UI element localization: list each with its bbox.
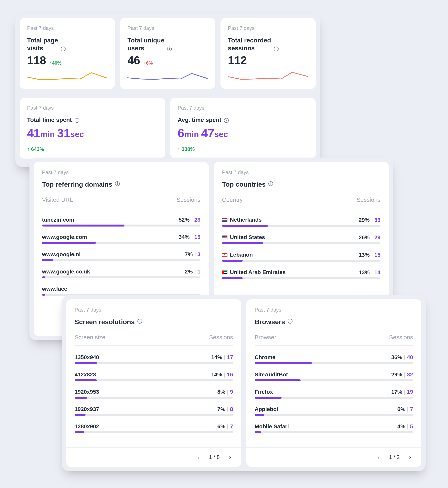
col-left: Browser xyxy=(255,334,276,341)
row-stats: 6%|7 xyxy=(397,406,413,412)
prev-button[interactable]: ‹ xyxy=(376,453,382,461)
metrics-row: Past 7 days Total pagevisits 118 ↑46% Pa… xyxy=(20,18,316,89)
progress-bar xyxy=(75,362,233,364)
page-indicator: 1 / 2 xyxy=(389,454,400,460)
table-row[interactable]: United States26%|29 xyxy=(222,234,380,244)
period-label: Past 7 days xyxy=(27,105,158,111)
row-stats: 14%|16 xyxy=(211,372,233,378)
row-name: tunezin.com xyxy=(42,217,74,223)
metric-title: Total uniqueusers xyxy=(128,36,208,52)
delta-up: ↑46% xyxy=(49,60,61,66)
row-name: Applebot xyxy=(255,406,278,412)
card-avg-time: Past 7 days Avg. time spent 6min 47sec ↑… xyxy=(170,98,316,159)
table-row[interactable]: 1350x94014%|17 xyxy=(75,354,233,364)
table-row[interactable]: SiteAuditBot29%|32 xyxy=(255,372,413,381)
row-name: www.google.co.uk xyxy=(42,268,90,275)
progress-bar xyxy=(255,414,413,416)
progress-bar xyxy=(42,259,200,261)
table-row[interactable]: 1920x9538%|9 xyxy=(75,389,233,399)
progress-bar xyxy=(222,277,380,279)
row-name: Mobile Safari xyxy=(255,423,289,430)
info-icon[interactable] xyxy=(137,319,142,324)
info-icon[interactable] xyxy=(268,181,273,186)
panel-title: Screen resolutions xyxy=(75,318,233,326)
card-unique-users: Past 7 days Total uniqueusers 46 ↓6% xyxy=(120,18,215,89)
time-row: Past 7 days Total time spent 41min 31sec… xyxy=(20,98,316,159)
info-icon[interactable] xyxy=(115,181,120,186)
table-row[interactable]: Mobile Safari4%|5 xyxy=(255,423,413,433)
row-stats: 52%|23 xyxy=(179,217,200,223)
row-stats: 7%|8 xyxy=(217,406,233,412)
table-header: Screen size Sessions xyxy=(75,334,233,346)
info-icon[interactable] xyxy=(75,118,79,123)
info-icon[interactable] xyxy=(224,118,229,123)
row-name: United States xyxy=(222,234,265,240)
metric-title: Total time spent xyxy=(27,116,158,123)
table-row[interactable]: Chrome36%|40 xyxy=(255,354,413,364)
metric-value: 46 ↓6% xyxy=(128,54,208,67)
table-row[interactable]: tunezin.com52%|23 xyxy=(42,217,200,227)
progress-bar xyxy=(42,225,200,227)
table-row[interactable]: www.google.co.uk2%|1 xyxy=(42,268,200,278)
row-name: 1280x902 xyxy=(75,423,99,430)
progress-bar xyxy=(75,414,233,416)
progress-bar xyxy=(42,277,200,278)
col-left: Visited URL xyxy=(42,196,73,203)
pager: ‹ 1 / 2 › xyxy=(246,447,421,467)
col-left: Country xyxy=(222,196,243,203)
panel-title: Browsers xyxy=(255,318,413,326)
card-total-time: Past 7 days Total time spent 41min 31sec… xyxy=(20,98,165,159)
panel-browsers: Past 7 days Browsers Browser Sessions Ch… xyxy=(246,299,421,467)
layer-top-metrics: Past 7 days Total pagevisits 118 ↑46% Pa… xyxy=(15,14,320,167)
table-header: Browser Sessions xyxy=(255,334,413,346)
row-stats: 4%|5 xyxy=(397,423,413,430)
row-stats: 6%|7 xyxy=(217,423,233,430)
delta-up: ↑ 338% xyxy=(178,146,308,152)
period-label: Past 7 days xyxy=(75,307,233,313)
row-stats: 2%|1 xyxy=(185,268,200,275)
row-name: www.google.com xyxy=(42,234,87,240)
progress-bar xyxy=(255,362,413,364)
row-name: 1920x953 xyxy=(75,389,99,395)
prev-button[interactable]: ‹ xyxy=(196,453,202,461)
progress-bar xyxy=(75,379,233,381)
metric-value: 112 xyxy=(228,54,308,67)
table-row[interactable]: www.google.com34%|15 xyxy=(42,234,200,244)
row-stats: 13%|14 xyxy=(359,269,380,276)
table-row[interactable]: 1920x9377%|8 xyxy=(75,406,233,416)
period-label: Past 7 days xyxy=(222,169,380,175)
table-header: Visited URL Sessions xyxy=(42,196,200,208)
table-row[interactable]: Applebot6%|7 xyxy=(255,406,413,416)
info-icon[interactable] xyxy=(167,47,172,51)
table-row[interactable]: Netherlands29%|33 xyxy=(222,217,380,227)
progress-bar xyxy=(75,397,233,399)
row-stats: 7%|3 xyxy=(185,251,200,258)
delta-up: ↑ 643% xyxy=(27,146,158,152)
row-name: SiteAuditBot xyxy=(255,372,288,378)
next-button[interactable]: › xyxy=(407,453,413,461)
row-stats: 17%|19 xyxy=(391,389,413,395)
table-row[interactable]: 1280x9026%|7 xyxy=(75,423,233,433)
delta-down: ↓6% xyxy=(143,60,153,66)
info-icon[interactable] xyxy=(274,47,279,51)
table-row[interactable]: www.face xyxy=(42,286,200,296)
row-name: Lebanon xyxy=(222,252,253,258)
layer-resolutions-browsers: Past 7 days Screen resolutions Screen si… xyxy=(62,295,426,471)
progress-bar xyxy=(222,260,380,262)
period-label: Past 7 days xyxy=(255,307,413,313)
row-stats: 13%|15 xyxy=(359,252,380,258)
card-recorded-sessions: Past 7 days Total recordedsessions 112 xyxy=(220,18,316,89)
table-row[interactable]: United Arab Emirates13%|14 xyxy=(222,269,380,279)
info-icon[interactable] xyxy=(288,319,293,324)
panel-title: Top countries xyxy=(222,180,380,188)
next-button[interactable]: › xyxy=(227,453,233,461)
period-label: Past 7 days xyxy=(42,169,200,175)
row-name: Firefox xyxy=(255,389,273,395)
info-icon[interactable] xyxy=(61,47,65,51)
table-row[interactable]: www.google.nl7%|3 xyxy=(42,251,200,261)
row-stats: 36%|40 xyxy=(391,354,413,360)
table-row[interactable]: Lebanon13%|15 xyxy=(222,252,380,262)
table-row[interactable]: Firefox17%|19 xyxy=(255,389,413,399)
progress-bar xyxy=(42,242,200,244)
table-row[interactable]: 412x82314%|16 xyxy=(75,372,233,381)
